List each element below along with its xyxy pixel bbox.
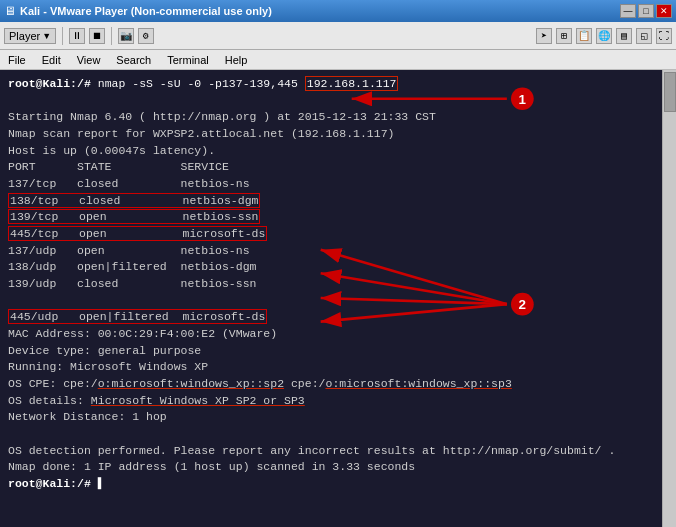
- terminal-line-2: [8, 93, 654, 110]
- terminal-line-space: [8, 293, 654, 310]
- toolbar-icon-options[interactable]: ▤: [616, 28, 632, 44]
- menubar: File Edit View Search Terminal Help: [0, 50, 676, 70]
- window-content: Player ▼ ⏸ ⏹ 📷 ⚙ ➤ ⊞ 📋 🌐 ▤ ◱ ⛶ File Edit…: [0, 22, 676, 527]
- terminal-line-18: OS CPE: cpe:/o:microsoft:windows_xp::sp2…: [8, 376, 654, 393]
- terminal-line-22: Nmap done: 1 IP address (1 host up) scan…: [8, 459, 654, 476]
- terminal-line-3: Starting Nmap 6.40 ( http://nmap.org ) a…: [8, 109, 654, 126]
- terminal-wrapper: root@Kali:/# nmap -sS -sU -0 -p137-139,4…: [0, 70, 676, 527]
- terminal-line-space2: [8, 426, 654, 443]
- titlebar-icon: 🖥: [4, 4, 16, 19]
- cpe-link: o:microsoft:windows_xp::sp2: [98, 377, 284, 390]
- terminal-line-6: PORT STATE SERVICE: [8, 159, 654, 176]
- toolbar-icon-screenshot[interactable]: 📷: [118, 28, 134, 44]
- minimize-button[interactable]: —: [620, 4, 636, 18]
- scrollbar-thumb[interactable]: [664, 72, 676, 112]
- menu-search[interactable]: Search: [112, 54, 155, 66]
- terminal-line-10: 445/tcp open microsoft-ds: [8, 226, 654, 243]
- os-details: Microsoft Windows XP SP2 or SP3: [91, 394, 305, 407]
- terminal-line-16: Device type: general purpose: [8, 343, 654, 360]
- toolbar-icon-settings[interactable]: ⚙: [138, 28, 154, 44]
- titlebar: 🖥 Kali - VMware Player (Non-commercial u…: [0, 0, 676, 22]
- close-button[interactable]: ✕: [656, 4, 672, 18]
- menu-view[interactable]: View: [73, 54, 105, 66]
- menu-help[interactable]: Help: [221, 54, 252, 66]
- toolbar-icon-pause[interactable]: ⏸: [69, 28, 85, 44]
- terminal-content: root@Kali:/# nmap -sS -sU -0 -p137-139,4…: [8, 76, 654, 493]
- terminal-line-8: 138/tcp closed netbios-dgm: [8, 193, 654, 210]
- toolbar-icon-copy[interactable]: ⊞: [556, 28, 572, 44]
- terminal-line-5: Host is up (0.00047s latency).: [8, 143, 654, 160]
- toolbar-icon-send[interactable]: ➤: [536, 28, 552, 44]
- terminal-line-11: 137/udp open netbios-ns: [8, 243, 654, 260]
- terminal-line-12: 138/udp open|filtered netbios-dgm: [8, 259, 654, 276]
- terminal-line-9: 139/tcp open netbios-ssn: [8, 209, 654, 226]
- window-title: Kali - VMware Player (Non-commercial use…: [16, 5, 620, 17]
- toolbar-icon-paste[interactable]: 📋: [576, 28, 592, 44]
- toolbar-icon-network[interactable]: 🌐: [596, 28, 612, 44]
- terminal-line-19: OS details: Microsoft Windows XP SP2 or …: [8, 393, 654, 410]
- window-controls: — □ ✕: [620, 4, 672, 18]
- terminal-line-13: 139/udp closed netbios-ssn: [8, 276, 654, 293]
- toolbar-icon-fullscreen[interactable]: ⛶: [656, 28, 672, 44]
- terminal-line-cmd: root@Kali:/# nmap -sS -sU -0 -p137-139,4…: [8, 76, 654, 93]
- player-menu-button[interactable]: Player ▼: [4, 28, 56, 44]
- ip-highlight-box: 192.168.1.117: [305, 76, 399, 91]
- toolbar-icon-stop[interactable]: ⏹: [89, 28, 105, 44]
- scrollbar[interactable]: [662, 70, 676, 527]
- toolbar-separator-2: [111, 27, 112, 45]
- player-dropdown-icon: ▼: [42, 31, 51, 41]
- maximize-button[interactable]: □: [638, 4, 654, 18]
- terminal-line-17: Running: Microsoft Windows XP: [8, 359, 654, 376]
- terminal-line-15: MAC Address: 00:0C:29:F4:00:E2 (VMware): [8, 326, 654, 343]
- terminal-line-14: 445/udp open|filtered microsoft-ds: [8, 309, 654, 326]
- window: 🖥 Kali - VMware Player (Non-commercial u…: [0, 0, 676, 527]
- toolbar-icon-minimize-vm[interactable]: ◱: [636, 28, 652, 44]
- toolbar: Player ▼ ⏸ ⏹ 📷 ⚙ ➤ ⊞ 📋 🌐 ▤ ◱ ⛶: [0, 22, 676, 50]
- menu-file[interactable]: File: [4, 54, 30, 66]
- terminal[interactable]: root@Kali:/# nmap -sS -sU -0 -p137-139,4…: [0, 70, 662, 527]
- terminal-line-4: Nmap scan report for WXPSP2.attlocal.net…: [8, 126, 654, 143]
- cpe-link-2: o:microsoft:windows_xp::sp3: [325, 377, 511, 390]
- toolbar-separator-1: [62, 27, 63, 45]
- menu-edit[interactable]: Edit: [38, 54, 65, 66]
- terminal-line-prompt2: root@Kali:/# ▌: [8, 476, 654, 493]
- terminal-line-21: OS detection performed. Please report an…: [8, 443, 654, 460]
- terminal-line-20: Network Distance: 1 hop: [8, 409, 654, 426]
- terminal-line-7: 137/tcp closed netbios-ns: [8, 176, 654, 193]
- menu-terminal[interactable]: Terminal: [163, 54, 213, 66]
